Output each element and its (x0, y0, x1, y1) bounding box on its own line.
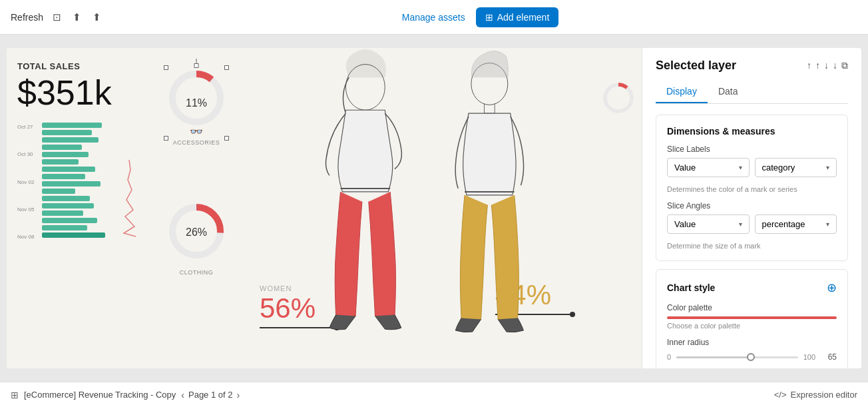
svg-point-6 (605, 85, 632, 111)
y-label-1: Oct 27 (17, 124, 34, 130)
handle-bl[interactable] (164, 136, 168, 141)
slice-angles-row: Value ▾ percentage ▾ (667, 214, 837, 234)
expression-icon: </> (774, 390, 787, 400)
layer-nav-icons: ↑ ↑ ↓ ↓ ⧉ (807, 60, 848, 71)
right-panel-header: Selected layer ↑ ↑ ↓ ↓ ⧉ Display Data (642, 48, 861, 104)
accessories-pct: 11% (186, 97, 207, 109)
slice-angles-value-select[interactable]: Value ▾ (667, 214, 750, 234)
slice-labels-arrow1: ▾ (739, 164, 742, 171)
dimensions-measures-card: Dimensions & measures Slice Labels Value… (656, 115, 848, 261)
slice-angles-percentage-select[interactable]: percentage ▾ (755, 214, 837, 234)
clothing-donut-container: 26% 👗 CLOTHING (166, 201, 226, 276)
project-name: [eCommerce] Revenue Tracking - Copy (24, 390, 176, 400)
right-panel: Selected layer ↑ ↑ ↓ ↓ ⧉ Display Data (642, 48, 861, 368)
slice-labels-hint: Determines the color of a mark or series (667, 185, 837, 193)
slice-angles-hint: Determine the size of a mark (667, 242, 837, 250)
right-accessories-partial (602, 68, 635, 131)
bar-chart (42, 123, 110, 240)
accessories-selected: 11% 👓 (166, 68, 226, 138)
layer-duplicate-icon[interactable]: ⧉ (841, 60, 848, 71)
clothing-pct: 26% (186, 226, 207, 238)
add-element-icon: ⊞ (485, 12, 493, 23)
left-panel: TOTAL SALES $351k Oct 27 Oct 30 Nov 02 N… (7, 48, 153, 368)
chart-style-title: Chart style (667, 282, 715, 293)
slice-labels-arrow2: ▾ (826, 164, 829, 171)
toolbar-left: Refresh ⊡ ⬆ ⬆ (11, 11, 103, 24)
total-sales-label: TOTAL SALES (17, 61, 142, 71)
bottom-bar-left: ⊞ [eCommerce] Revenue Tracking - Copy ‹ … (11, 390, 240, 400)
color-palette-bar[interactable] (667, 316, 837, 319)
slice-angles-field-label: Slice Angles (667, 201, 837, 210)
color-palette-label: Color palette (667, 303, 837, 312)
layer-down2-icon[interactable]: ↓ (833, 60, 837, 71)
clothing-donut: 26% 👗 (166, 201, 226, 264)
dimensions-title: Dimensions & measures (667, 126, 837, 137)
manage-assets-button[interactable]: Manage assets (402, 12, 465, 23)
slice-labels-category-select[interactable]: category ▾ (755, 158, 837, 177)
slice-labels-value-select[interactable]: Value ▾ (667, 158, 750, 177)
y-label-2: Oct 30 (17, 151, 34, 157)
center-panel: 11% 👓 ACCESSORIES 26% (153, 48, 642, 368)
bottom-bar: ⊞ [eCommerce] Revenue Tracking - Copy ‹ … (0, 382, 868, 407)
page-prev-button[interactable]: ‹ (181, 390, 184, 400)
y-label-3: Nov 02 (17, 179, 34, 185)
export-icon[interactable]: ⬆ (90, 11, 103, 24)
handle-tl[interactable] (164, 65, 168, 70)
color-palette-hint: Choose a color palette (667, 322, 837, 330)
tab-display[interactable]: Display (656, 81, 708, 103)
fashion-illustration (220, 48, 642, 368)
page-next-button[interactable]: › (236, 390, 240, 400)
clothing-label: CLOTHING (166, 269, 226, 276)
layer-up-icon[interactable]: ↑ (807, 60, 811, 71)
inner-radius-slider-row: 0 100 65 (667, 352, 837, 362)
sparkline (116, 123, 142, 240)
canvas-content: TOTAL SALES $351k Oct 27 Oct 30 Nov 02 N… (7, 48, 861, 368)
slice-labels-field-label: Slice Labels (667, 145, 837, 154)
y-label-5: Nov 08 (17, 234, 34, 240)
toolbar: Refresh ⊡ ⬆ ⬆ Manage assets ⊞ Add elemen… (0, 0, 868, 35)
main-area: TOTAL SALES $351k Oct 27 Oct 30 Nov 02 N… (0, 35, 868, 382)
slice-angles-val2: percentage (762, 219, 805, 229)
grid-icon: ⊞ (11, 390, 19, 400)
selected-layer-title: Selected layer (656, 59, 736, 73)
accessories-donut-container: 11% 👓 ACCESSORIES (166, 68, 226, 146)
right-panel-tabs: Display Data (656, 81, 848, 104)
page-nav: ‹ Page 1 of 2 › (181, 390, 240, 400)
canvas-area[interactable]: TOTAL SALES $351k Oct 27 Oct 30 Nov 02 N… (0, 35, 868, 382)
expression-editor-button[interactable]: </> Expression editor (774, 390, 857, 400)
add-element-label: Add element (497, 12, 550, 23)
inner-radius-label: Inner radius (667, 338, 837, 347)
accessories-label: ACCESSORIES (166, 139, 226, 146)
slice-labels-val1: Value (674, 163, 696, 173)
slice-angles-arrow2: ▾ (826, 220, 829, 228)
rpanel-body: Dimensions & measures Slice Labels Value… (642, 104, 861, 368)
inner-radius-slider[interactable] (676, 356, 798, 358)
slice-labels-row: Value ▾ category ▾ (667, 158, 837, 177)
add-element-button[interactable]: ⊞ Add element (476, 7, 559, 27)
slider-max: 100 (803, 353, 815, 361)
inner-radius-section: Inner radius 0 100 65 (667, 338, 837, 362)
chart-style-header: Chart style ⊕ (667, 280, 837, 295)
slice-labels-val2: category (762, 163, 795, 173)
slider-min: 0 (667, 353, 671, 361)
chart-style-card: Chart style ⊕ Color palette Choose a col… (656, 269, 848, 368)
page-info: Page 1 of 2 (188, 390, 233, 400)
slice-angles-val1: Value (674, 219, 696, 229)
toolbar-center: Manage assets ⊞ Add element (111, 7, 849, 27)
layer-down-icon[interactable]: ↓ (824, 60, 829, 71)
screenshot-icon[interactable]: ⊡ (50, 11, 63, 24)
total-sales-value: $351k (17, 74, 142, 112)
tab-data[interactable]: Data (708, 81, 749, 103)
layer-up2-icon[interactable]: ↑ (815, 60, 820, 71)
refresh-button[interactable]: Refresh (11, 12, 43, 23)
share-icon[interactable]: ⬆ (70, 11, 83, 24)
y-label-4: Nov 05 (17, 206, 34, 212)
expression-editor-label: Expression editor (791, 390, 857, 400)
add-style-button[interactable]: ⊕ (827, 280, 837, 295)
slider-val: 65 (821, 352, 837, 362)
slice-angles-arrow1: ▾ (739, 220, 742, 228)
slider-thumb[interactable] (747, 353, 755, 361)
slider-fill (676, 356, 750, 358)
handle-top[interactable] (194, 63, 199, 68)
bar-chart-area: Oct 27 Oct 30 Nov 02 Nov 05 Nov 08 (17, 123, 142, 240)
